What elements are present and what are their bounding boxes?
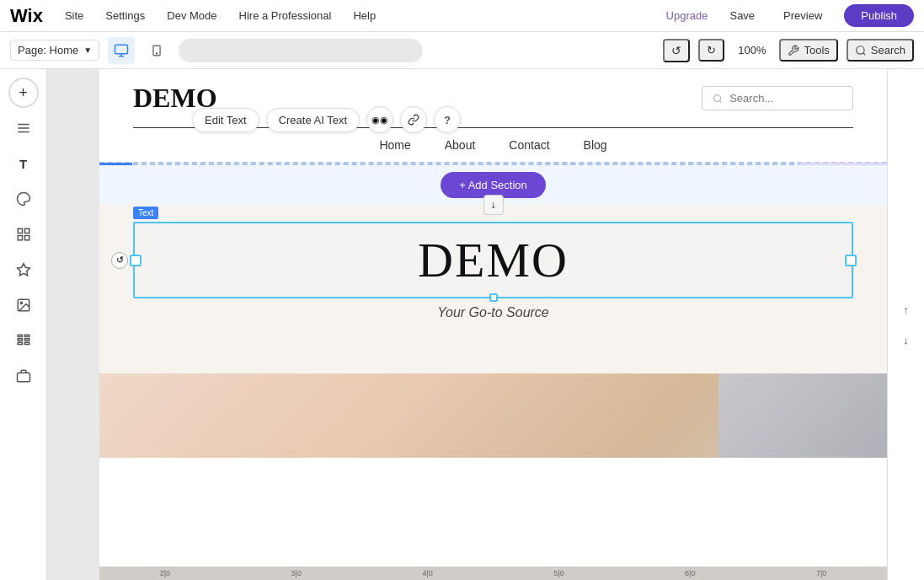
site-search-icon [713, 93, 723, 105]
editor-area: + T DEMO [0, 69, 924, 580]
ruler-mark-3: 4|0 [422, 569, 432, 577]
svg-point-20 [714, 94, 721, 101]
undo-icon: ↺ [671, 44, 681, 57]
ruler-mark-5: 6|0 [685, 569, 695, 577]
image-section-right [718, 373, 887, 458]
canvas-page: DEMO Home About Contact Blog Strip Secti… [99, 69, 887, 580]
top-nav: Wix Site Settings Dev Mode Hire a Profes… [0, 0, 924, 32]
nav-contact[interactable]: Contact [509, 138, 549, 152]
url-bar [179, 39, 423, 62]
svg-rect-14 [18, 339, 22, 341]
hero-subtitle: Your Go-to Source [437, 305, 549, 320]
left-sidebar: + T [0, 69, 47, 580]
ruler-mark-4: 5|0 [553, 569, 563, 577]
wix-logo: Wix [10, 5, 43, 27]
search-toolbar-button[interactable]: Search [847, 39, 914, 62]
text-animation-icon[interactable]: ◉◉ [366, 106, 393, 133]
nav-site[interactable]: Site [61, 9, 87, 22]
canvas-area[interactable]: DEMO Home About Contact Blog Strip Secti… [47, 69, 887, 580]
page-name: Page: Home [18, 44, 78, 56]
redo-icon: ↻ [707, 44, 716, 56]
svg-rect-17 [24, 339, 29, 341]
publish-button[interactable]: Publish [844, 4, 914, 27]
svg-rect-13 [18, 335, 22, 336]
text-element-label: Text [133, 207, 158, 219]
sidebar-text-icon[interactable]: T [8, 148, 39, 179]
ruler-mark-1: 2|0 [160, 569, 170, 577]
create-ai-text-button[interactable]: Create AI Text [266, 108, 360, 132]
text-element-wrapper[interactable]: Text ↺ ↓ DEMO [133, 222, 853, 298]
svg-rect-8 [24, 228, 29, 233]
desktop-device-btn[interactable] [108, 37, 135, 64]
sidebar-widgets-icon[interactable] [8, 255, 39, 285]
upgrade-link[interactable]: Upgrade [666, 9, 708, 22]
nav-settings[interactable]: Settings [102, 9, 148, 22]
rotate-handle[interactable]: ↺ [111, 252, 128, 269]
svg-rect-0 [115, 45, 128, 54]
svg-point-2 [157, 52, 158, 53]
sidebar-add-button[interactable]: + [8, 78, 39, 108]
nav-about[interactable]: About [445, 138, 476, 152]
tools-button[interactable]: Tools [779, 39, 837, 62]
nav-help[interactable]: Help [350, 9, 379, 22]
tools-icon [788, 45, 799, 56]
right-sidebar: ↑ ↓ [887, 69, 924, 580]
move-handle[interactable]: ↓ [483, 195, 504, 215]
svg-point-12 [20, 302, 22, 303]
edit-text-button[interactable]: Edit Text [192, 108, 259, 132]
svg-rect-19 [17, 373, 29, 382]
ruler-mark-6: 7|0 [816, 569, 826, 577]
tools-label: Tools [804, 44, 829, 56]
svg-rect-16 [24, 335, 29, 336]
nav-devmode[interactable]: Dev Mode [163, 9, 220, 22]
sidebar-media-icon[interactable] [8, 290, 39, 320]
site-nav: Home About Contact Blog [99, 128, 887, 162]
text-selected-element[interactable]: DEMO [133, 222, 853, 298]
sidebar-layers-icon[interactable] [8, 113, 39, 143]
zoom-level: 100% [733, 44, 771, 56]
search-label: Search [871, 44, 905, 56]
text-editing-toolbar: Edit Text Create AI Text ◉◉ ? [192, 106, 461, 133]
svg-rect-10 [24, 236, 29, 240]
ruler-marks: 2|0 3|0 4|0 5|0 6|0 7|0 [99, 569, 887, 577]
svg-rect-7 [18, 228, 22, 233]
nav-hire-professional[interactable]: Hire a Professional [236, 9, 335, 22]
hero-title[interactable]: DEMO [418, 232, 569, 288]
page-selector[interactable]: Page: Home ▼ [10, 40, 99, 61]
mobile-device-btn[interactable] [143, 37, 170, 64]
bottom-ruler: 2|0 3|0 4|0 5|0 6|0 7|0 [99, 567, 887, 580]
scroll-down-button[interactable]: ↓ [893, 326, 920, 353]
svg-rect-18 [24, 342, 29, 344]
ruler-mark-2: 3|0 [291, 569, 302, 577]
resize-handle-bottom[interactable] [489, 293, 498, 302]
site-search-input[interactable] [729, 92, 842, 105]
chevron-down-icon: ▼ [83, 46, 92, 55]
secondary-toolbar: Page: Home ▼ ↺ ↻ 100% Tools Search [0, 32, 924, 69]
save-button[interactable]: Save [723, 9, 761, 22]
search-icon [855, 45, 867, 56]
nav-blog[interactable]: Blog [584, 138, 607, 152]
scroll-up-button[interactable]: ↑ [893, 296, 920, 323]
redo-button[interactable]: ↻ [698, 39, 724, 62]
sidebar-grid-icon[interactable] [8, 325, 39, 356]
sidebar-design-icon[interactable] [8, 184, 39, 214]
undo-button[interactable]: ↺ [663, 39, 690, 62]
sidebar-apps-icon[interactable] [8, 219, 39, 250]
hero-section: Text ↺ ↓ DEMO Your Go-to Source [99, 205, 887, 373]
image-section [99, 373, 887, 458]
svg-point-3 [857, 46, 864, 53]
sidebar-portfolio-icon[interactable] [8, 361, 39, 391]
preview-button[interactable]: Preview [777, 9, 829, 22]
site-search-box[interactable] [702, 86, 853, 110]
svg-rect-15 [18, 342, 22, 344]
nav-home[interactable]: Home [379, 138, 410, 152]
text-link-icon[interactable] [400, 106, 427, 133]
svg-rect-9 [18, 236, 22, 240]
text-help-icon[interactable]: ? [434, 106, 461, 133]
